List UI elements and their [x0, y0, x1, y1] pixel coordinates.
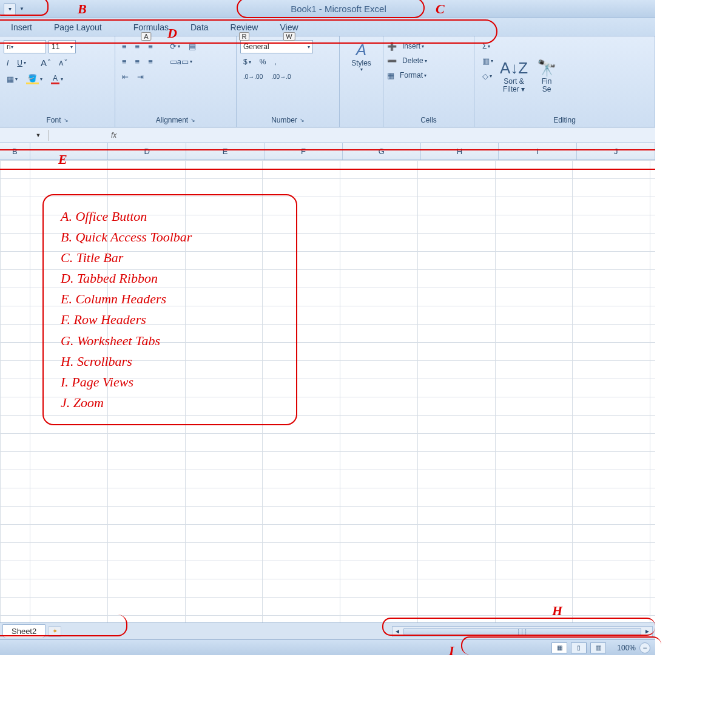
worksheet-grid[interactable]: [0, 160, 655, 631]
cells-group-title: Cells: [420, 116, 437, 124]
font-color-button[interactable]: A▾: [48, 72, 66, 86]
zoom-level[interactable]: 100%: [617, 644, 636, 652]
col-g[interactable]: G: [343, 143, 421, 160]
view-normal-button[interactable]: ▦: [551, 642, 567, 653]
bucket-icon: 🪣: [26, 74, 39, 84]
orientation-button[interactable]: ⟳▾: [167, 40, 183, 53]
shrink-font-button[interactable]: Aˇ: [56, 57, 70, 69]
keytip-formulas: A: [141, 32, 151, 41]
inc-decimal-button[interactable]: .0→.00: [240, 70, 266, 83]
tab-review[interactable]: Review R: [220, 19, 269, 36]
sheet-tab-bar: Sheet2 ✦ ◄ ┆┆┆ ►: [0, 622, 655, 639]
percent-button[interactable]: %: [257, 56, 269, 68]
new-sheet-button[interactable]: ✦: [48, 626, 61, 637]
inc-indent-button[interactable]: ⇥: [134, 70, 147, 83]
font-name-value: ri: [7, 42, 11, 51]
align-center-button[interactable]: ≡: [132, 55, 143, 68]
wrap-text-button[interactable]: ▤: [186, 40, 199, 53]
title-bar: ▾ ▼ Book1 - Microsoft Excel: [0, 0, 655, 18]
styles-icon: A: [356, 42, 366, 58]
dec-indent-button[interactable]: ⇤: [119, 70, 132, 83]
number-format-value: General: [243, 42, 269, 51]
sort-icon: A↓Z: [500, 60, 528, 76]
zoom-out-button[interactable]: −: [639, 642, 650, 653]
group-alignment: ≡ ≡ ≡ ⟳▾ ▤ ≡ ≡ ≡ ▭a▭▾ ⇤ ⇥ Alignment↘: [115, 36, 237, 127]
col-f[interactable]: F: [265, 143, 343, 160]
font-group-title: Font: [46, 116, 61, 124]
number-group-title: Number: [271, 116, 297, 124]
col-b[interactable]: B: [0, 143, 30, 160]
status-bar: ▦ ▯ ▥ 100% −: [0, 639, 655, 655]
window-title: Book1 - Microsoft Excel: [25, 4, 652, 14]
view-page-layout-button[interactable]: ▯: [571, 642, 587, 653]
keytip-view: W: [283, 32, 295, 41]
group-cells: ➕Insert ▾ ➖Delete ▾ ▦Format ▾ Cells: [383, 36, 474, 127]
group-font: ri▾ 11▾ I U▾ Aˆ Aˇ ▦▾ 🪣▾ A▾ Font↘: [0, 36, 115, 127]
alignment-group-title: Alignment: [156, 116, 188, 124]
alignment-launcher-icon[interactable]: ↘: [190, 117, 195, 123]
clear-button[interactable]: ◇ ▾: [479, 70, 496, 83]
col-d[interactable]: D: [108, 143, 186, 160]
qat-dropdown-icon[interactable]: ▼: [18, 6, 25, 12]
delete-cells-button[interactable]: Delete ▾: [399, 55, 430, 67]
grid-table: [0, 160, 655, 631]
font-size-box[interactable]: 11▾: [49, 40, 76, 53]
border-button[interactable]: ▦▾: [4, 73, 21, 86]
dec-decimal-button[interactable]: .00→.0: [268, 70, 294, 83]
col-c-gap[interactable]: [30, 143, 109, 160]
format-cells-button[interactable]: Format ▾: [397, 69, 430, 81]
tab-formulas[interactable]: Formulas A: [113, 19, 180, 36]
align-top-button[interactable]: ≡: [119, 40, 130, 53]
group-editing: Σ ▾ ▥ ▾ ◇ ▾ A↓Z Sort & Filter ▾ 🔭 Fin Se…: [474, 36, 655, 127]
col-i[interactable]: I: [499, 143, 577, 160]
name-box-dropdown[interactable]: ▼: [32, 130, 45, 141]
autosum-button[interactable]: Σ ▾: [479, 40, 496, 52]
border-icon: ▦: [7, 75, 14, 84]
align-left-button[interactable]: ≡: [119, 55, 130, 68]
keytip-review: R: [239, 32, 250, 41]
eraser-icon: ◇: [482, 72, 488, 81]
fill-color-button[interactable]: 🪣▾: [23, 72, 46, 86]
ribbon-tabs: Insert Page Layout Formulas A Data Revie…: [0, 18, 655, 36]
sort-filter-button[interactable]: A↓Z Sort & Filter ▾: [497, 39, 530, 115]
number-format-box[interactable]: General▾: [240, 40, 313, 53]
italic-button[interactable]: I: [4, 57, 12, 69]
align-mid-button[interactable]: ≡: [132, 40, 143, 53]
fill-icon: ▥: [482, 56, 490, 66]
comma-button[interactable]: ,: [271, 56, 279, 68]
col-j[interactable]: J: [577, 143, 655, 160]
scroll-right-icon[interactable]: ►: [642, 628, 652, 635]
editing-group-title: Editing: [553, 116, 576, 124]
align-right-button[interactable]: ≡: [145, 55, 156, 68]
qat-button[interactable]: ▾: [4, 3, 16, 15]
number-launcher-icon[interactable]: ↘: [300, 117, 305, 123]
font-name-box[interactable]: ri▾: [4, 40, 46, 53]
font-launcher-icon[interactable]: ↘: [64, 117, 69, 123]
grow-font-button[interactable]: Aˆ: [38, 56, 53, 70]
tab-data[interactable]: Data: [180, 19, 220, 36]
insert-cells-icon: ➕: [387, 42, 397, 51]
merge-button[interactable]: ▭a▭▾: [167, 55, 195, 68]
find-select-button[interactable]: 🔭 Fin Se: [530, 39, 563, 115]
styles-button[interactable]: A Styles ▾: [345, 39, 378, 76]
scroll-thumb[interactable]: ┆┆┆: [403, 628, 641, 635]
scroll-left-icon[interactable]: ◄: [393, 628, 402, 635]
fill-button[interactable]: ▥ ▾: [479, 55, 496, 67]
fx-label[interactable]: fx: [111, 131, 116, 140]
accounting-button[interactable]: $▾: [240, 56, 254, 68]
col-e[interactable]: E: [186, 143, 265, 160]
tab-insert[interactable]: Insert: [0, 19, 43, 36]
view-page-break-button[interactable]: ▥: [590, 642, 606, 653]
group-number: General▾ $▾ % , .0→.00 .00→.0 Number↘: [237, 36, 340, 127]
horizontal-scrollbar[interactable]: ◄ ┆┆┆ ►: [392, 626, 653, 637]
page-layout-icon: ▯: [577, 644, 581, 651]
col-h[interactable]: H: [421, 143, 499, 160]
grid-view-icon: ▦: [557, 644, 562, 651]
quick-access-toolbar: ▾ ▼: [4, 3, 25, 15]
sheet-tab-sheet2[interactable]: Sheet2: [2, 624, 46, 638]
tab-page-layout[interactable]: Page Layout: [43, 19, 113, 36]
tab-view[interactable]: View W: [269, 19, 309, 36]
insert-cells-button[interactable]: Insert ▾: [399, 40, 427, 52]
underline-button[interactable]: U▾: [14, 57, 29, 69]
align-bot-button[interactable]: ≡: [145, 40, 156, 53]
